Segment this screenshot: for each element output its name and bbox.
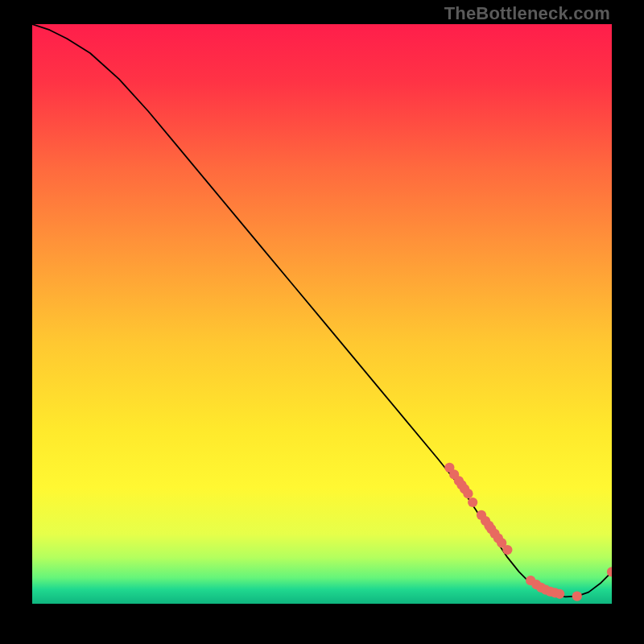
data-point	[502, 545, 512, 555]
plot-area	[32, 24, 612, 604]
sample-points	[444, 463, 612, 601]
watermark-text: TheBottleneck.com	[444, 3, 610, 24]
data-point	[555, 589, 564, 599]
data-point	[468, 497, 477, 507]
chart-svg	[32, 24, 612, 604]
data-point	[463, 489, 473, 498]
bottleneck-curve	[32, 24, 612, 597]
data-point	[572, 592, 582, 601]
